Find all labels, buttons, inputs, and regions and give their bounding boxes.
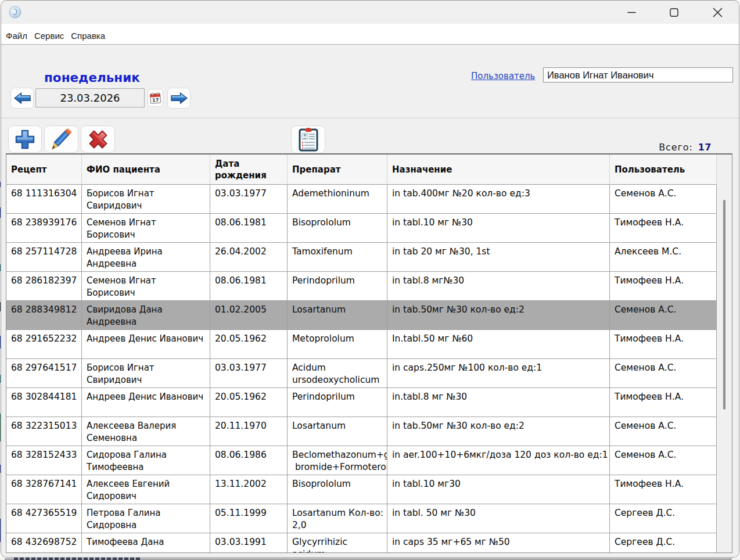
next-day-button[interactable]	[167, 88, 191, 109]
table-cell: Семенов А.С.	[610, 417, 717, 446]
table-cell: in tabl. 50 мг №30	[387, 504, 610, 533]
minimize-icon	[627, 8, 636, 17]
table-cell: Алексеев Евгений Сидорович	[82, 475, 210, 504]
edit-button[interactable]	[44, 125, 78, 153]
table-cell: in.tabl.8 мг №30	[387, 388, 610, 417]
prescriptions-table: РецептФИО пациентаДата рожденияПрепаратН…	[6, 153, 732, 553]
table-row[interactable]: 68 288349812Свиридова Дана Андреевна01.0…	[6, 301, 732, 330]
table-cell: 68 302844181	[6, 388, 82, 417]
table-cell: 08.06.1986	[210, 446, 288, 475]
table-cell: 20.05.1962	[210, 388, 288, 417]
table-row[interactable]: 68 111316304Борисов Игнат Свиридович03.0…	[6, 185, 732, 214]
table-row[interactable]: 68 297641517Борисов Игнат Свиридович03.0…	[6, 359, 732, 388]
table-cell: 68 427365519	[6, 504, 82, 533]
arrow-right-icon	[170, 92, 188, 105]
table-row[interactable]: 68 286182397Семенов Игнат Борисович08.06…	[6, 272, 732, 301]
app-window: ФайлСервисСправка понедельник 23.03.2026	[1, 1, 739, 557]
table-cell: 08.06.1981	[210, 272, 288, 301]
table-cell: Glycyrrihizic acidum	[288, 533, 387, 553]
table-cell: in tab.50мг №30 кол-во ед:2	[387, 301, 610, 330]
previous-day-button[interactable]	[10, 88, 34, 109]
table-cell: Bisoprololum	[288, 214, 387, 243]
column-header-5[interactable]: Пользователь	[610, 155, 717, 185]
table-cell: Perindoprilum	[288, 272, 387, 301]
close-button[interactable]	[704, 1, 731, 24]
vertical-scrollbar-thumb[interactable]	[723, 200, 725, 410]
table-row[interactable]: 68 427365519Петрова Галина Сидоровна05.1…	[6, 504, 732, 533]
table-row[interactable]: 68 328152433Сидорова Галина Тимофеевна08…	[6, 446, 732, 475]
panel-separator	[1, 118, 739, 119]
table-cell: Семенов А.С.	[610, 446, 717, 475]
table-cell: Борисов Игнат Свиридович	[82, 185, 210, 214]
user-link[interactable]: Пользователь	[471, 71, 535, 81]
column-header-3[interactable]: Препарат	[288, 155, 387, 185]
row-scroll-spacer	[717, 533, 732, 553]
delete-button[interactable]	[81, 125, 115, 153]
weekday-label: понедельник	[44, 70, 140, 85]
table-row[interactable]: 68 432698752Тимофеева Дана03.03.1991Glyc…	[6, 533, 732, 553]
column-header-4[interactable]: Назначение	[387, 155, 610, 185]
table-row[interactable]: 68 238939176Семенов Игнат Борисович08.06…	[6, 214, 732, 243]
table-cell: Tamoxifenum	[288, 243, 387, 272]
table-cell: Bisoprololum	[288, 475, 387, 504]
table-cell: Acidum ursodeoxycholicum	[288, 359, 387, 388]
menubar: ФайлСервисСправка	[1, 24, 739, 45]
report-icon	[297, 127, 319, 152]
table-cell: Семенов Игнат Борисович	[82, 214, 210, 243]
table-cell: in tab 20 мг №30, 1st	[387, 243, 610, 272]
column-header-2[interactable]: Дата рождения	[210, 155, 288, 185]
table-cell: 68 238939176	[6, 214, 82, 243]
table-row[interactable]: 68 302844181Андреев Денис Иванович20.05.…	[6, 388, 732, 417]
table-cell: 26.04.2002	[210, 243, 288, 272]
table-row[interactable]: 68 257114728Андреева Ирина Андреевна26.0…	[6, 243, 732, 272]
arrow-left-icon	[13, 92, 31, 105]
table-cell: Тимофеев Н.А.	[610, 388, 717, 417]
table-cell: 01.02.2005	[210, 301, 288, 330]
svg-text:17: 17	[152, 97, 159, 103]
table-cell: Борисов Игнат Свиридович	[82, 359, 210, 388]
menu-item-0[interactable]: Файл	[2, 24, 31, 41]
calendar-button[interactable]: 17	[148, 89, 163, 107]
date-input[interactable]: 23.03.2026	[35, 88, 145, 107]
table-cell: in caps 35 мг+65 мг №50	[387, 533, 610, 553]
maximize-button[interactable]	[660, 1, 687, 24]
table-cell: Perindoprilum	[288, 388, 387, 417]
table-cell: 68 432698752	[6, 533, 82, 553]
table-cell: Beclomethazonum+g bromide+Formoterol	[288, 446, 387, 475]
table-cell: Losartanum	[288, 417, 387, 446]
total-box: Всего:17	[659, 142, 712, 153]
table-cell: 68 257114728	[6, 243, 82, 272]
total-value: 17	[698, 142, 712, 153]
total-label: Всего:	[659, 142, 693, 153]
menu-item-2[interactable]: Справка	[67, 24, 109, 41]
table-cell: 68 288349812	[6, 301, 82, 330]
table-cell: Петрова Галина Сидоровна	[82, 504, 210, 533]
table-cell: in tab.400мг №20 кол-во ед:3	[387, 185, 610, 214]
content-panel: понедельник 23.03.2026	[1, 45, 739, 557]
report-button[interactable]	[291, 125, 325, 153]
table-cell: 05.11.1999	[210, 504, 288, 533]
table-cell: Семенов А.С.	[610, 359, 717, 388]
table-cell: in aer.100+10+6мкг/доза 120 доз кол-во е…	[387, 446, 610, 475]
column-header-1[interactable]: ФИО пациента	[82, 155, 210, 185]
table-cell: 20.05.1962	[210, 330, 288, 359]
table-cell: 13.11.2002	[210, 475, 288, 504]
table-cell: in tabl.10 мг30	[387, 475, 610, 504]
table-cell: Алексеев М.С.	[610, 243, 717, 272]
table-cell: Ademethioninum	[288, 185, 387, 214]
table-cell: 68 291652232	[6, 330, 82, 359]
add-button[interactable]	[8, 125, 42, 153]
menu-item-1[interactable]: Сервис	[31, 24, 67, 41]
desktop-background: ФайлСервисСправка понедельник 23.03.2026	[0, 0, 740, 560]
table-cell: Семенов А.С.	[610, 185, 717, 214]
minimize-button[interactable]	[618, 1, 645, 24]
user-input[interactable]: Иванов Игнат Иванович	[543, 67, 733, 82]
column-header-0[interactable]: Рецепт	[6, 155, 82, 185]
table-cell: in tab.50мг №30 кол-во ед:2	[387, 417, 610, 446]
table-row[interactable]: 68 328767141Алексеев Евгений Сидорович13…	[6, 475, 732, 504]
table-cell: Сергеев Д.С.	[610, 504, 717, 533]
table-cell: in tabl.10 мг №30	[387, 214, 610, 243]
table-row[interactable]: 68 322315013Алексеева Валерия Семеновна2…	[6, 417, 732, 446]
table-cell: 08.06.1981	[210, 214, 288, 243]
table-row[interactable]: 68 291652232Андреев Денис Иванович20.05.…	[6, 330, 732, 359]
